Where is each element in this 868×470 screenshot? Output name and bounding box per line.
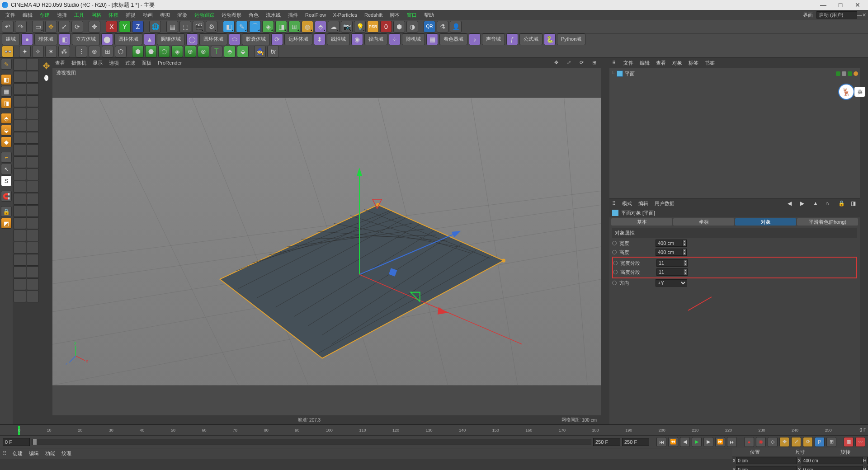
hseg-input[interactable]: [656, 268, 684, 276]
subtool[interactable]: [14, 217, 26, 229]
subtool[interactable]: [27, 132, 39, 144]
scatter-2[interactable]: ✧: [32, 46, 44, 57]
undo-button[interactable]: ↶: [2, 21, 14, 33]
menu-render[interactable]: 渲染: [174, 12, 191, 19]
subtool[interactable]: [27, 144, 39, 156]
light[interactable]: 💡: [354, 21, 366, 33]
size-y-input[interactable]: [802, 466, 863, 470]
attr-tab-object[interactable]: 对象: [735, 218, 796, 226]
menu-script[interactable]: 脚本: [386, 12, 403, 19]
key-pos-button[interactable]: ✥: [779, 437, 789, 447]
wseg-input[interactable]: [656, 259, 684, 267]
subtool[interactable]: [27, 205, 39, 217]
phong-tag-icon[interactable]: [854, 71, 858, 76]
xref-button[interactable]: ⬢: [393, 21, 405, 33]
cloner-grid[interactable]: ⊞: [102, 46, 113, 57]
menu-file[interactable]: 文件: [2, 12, 19, 19]
misc-tool-2[interactable]: 👤: [450, 21, 462, 33]
prev-key-button[interactable]: ⏪: [668, 437, 678, 447]
content-browser[interactable]: ◑: [406, 21, 418, 33]
size-x-input[interactable]: [802, 457, 863, 464]
timeline-ruler[interactable]: 0102030405060708090100110120130140150160…: [0, 424, 868, 435]
subtool[interactable]: [27, 254, 39, 266]
menu-redshift[interactable]: Redshift: [361, 12, 386, 18]
generator-array[interactable]: ⊞: [288, 21, 300, 33]
attr-menu-edit[interactable]: 编辑: [638, 200, 648, 207]
om-menu-file[interactable]: 文件: [623, 60, 633, 66]
key-rot-button[interactable]: ⟳: [803, 437, 813, 447]
subtool[interactable]: [27, 71, 39, 83]
point-mode[interactable]: ⬘: [1, 113, 12, 124]
render-region[interactable]: ⬚: [179, 21, 191, 33]
reset-psr[interactable]: 0: [380, 21, 392, 33]
menu-motiontrack[interactable]: 运动跟踪: [191, 12, 218, 19]
x-axis-lock[interactable]: X: [106, 21, 118, 33]
volume-builder[interactable]: ◍: [302, 21, 313, 33]
layout-dropdown[interactable]: [816, 11, 857, 19]
field-random-icon[interactable]: ⁘: [389, 33, 401, 45]
render-settings[interactable]: ⚙: [206, 21, 217, 33]
menu-edit[interactable]: 编辑: [19, 12, 36, 19]
direction-select[interactable]: +Y: [656, 279, 687, 287]
subtool[interactable]: [14, 120, 26, 132]
field-torus[interactable]: 圆环体域: [199, 33, 227, 45]
subtool[interactable]: [27, 156, 39, 168]
vp-menu-display[interactable]: 显示: [93, 60, 103, 66]
subtool[interactable]: [14, 144, 26, 156]
viewport-3d[interactable]: 透视视图: [52, 68, 601, 415]
field-capsule-icon[interactable]: ⬭: [229, 33, 241, 45]
field-capsule[interactable]: 胶囊体域: [242, 33, 270, 45]
subtool[interactable]: [14, 278, 26, 290]
dopesheet-button[interactable]: ▦: [844, 437, 854, 447]
subtool[interactable]: [27, 193, 39, 205]
subtool[interactable]: [14, 108, 26, 119]
subtool[interactable]: [27, 83, 39, 95]
om-menu-bookmarks[interactable]: 书签: [705, 60, 715, 66]
fx-button[interactable]: fx: [267, 46, 279, 57]
subtool[interactable]: [27, 291, 39, 302]
vp-menu-options[interactable]: 选项: [109, 60, 119, 66]
tree-row-plane[interactable]: └ 平面: [611, 70, 858, 78]
menu-animation[interactable]: 动画: [139, 12, 156, 19]
render-view[interactable]: ▦: [166, 21, 178, 33]
attr-nav-next[interactable]: ▶: [800, 200, 807, 207]
menu-pipeline[interactable]: 流水线: [262, 12, 284, 19]
goggles-icon[interactable]: 👓: [2, 46, 14, 57]
field-cube[interactable]: 立方体域: [72, 33, 100, 45]
y-axis-lock[interactable]: Y: [119, 21, 131, 33]
anim-dot[interactable]: [613, 270, 618, 274]
subtool[interactable]: [27, 120, 39, 132]
generator-subdiv[interactable]: ◈: [262, 21, 274, 33]
field-cone-icon[interactable]: ▲: [144, 33, 156, 45]
subtool[interactable]: [27, 217, 39, 229]
doc-close-button[interactable]: ✕: [862, 12, 866, 18]
mat-menu-func[interactable]: 功能: [45, 450, 55, 457]
timeline-scrollbar[interactable]: [32, 439, 591, 445]
subtool[interactable]: [14, 95, 26, 107]
field-sound-icon[interactable]: ♪: [469, 33, 481, 45]
z-axis-lock[interactable]: Z: [132, 21, 144, 33]
text-tool[interactable]: T: [211, 46, 222, 57]
next-frame-button[interactable]: ▶: [703, 437, 713, 447]
menu-window[interactable]: 窗口: [403, 12, 420, 19]
move-tool[interactable]: ✥: [45, 21, 57, 33]
misc-tool-1[interactable]: ⚗: [437, 21, 448, 33]
recent-tool[interactable]: ✥: [89, 21, 100, 33]
next-key-button[interactable]: ⏩: [715, 437, 725, 447]
field-linear[interactable]: 线性域: [327, 33, 350, 45]
subtool[interactable]: [14, 181, 26, 193]
vp-menu-camera[interactable]: 摄像机: [71, 60, 86, 66]
deformer-bend[interactable]: ⬘: [315, 21, 326, 33]
subtool[interactable]: [14, 291, 26, 302]
field-radial-icon[interactable]: ◉: [351, 33, 363, 45]
gen-6[interactable]: ⊗: [198, 46, 209, 57]
subtool[interactable]: [14, 83, 26, 95]
voronoi[interactable]: ⬙: [237, 46, 249, 57]
subtool[interactable]: [14, 169, 26, 180]
subtool[interactable]: [27, 59, 39, 70]
subtool[interactable]: [14, 59, 26, 70]
field-loop-icon[interactable]: ⟳: [271, 33, 283, 45]
spline-arc[interactable]: ⌒: [249, 21, 261, 33]
attr-tab-basic[interactable]: 基本: [611, 218, 672, 226]
make-editable[interactable]: ✎: [1, 59, 12, 70]
